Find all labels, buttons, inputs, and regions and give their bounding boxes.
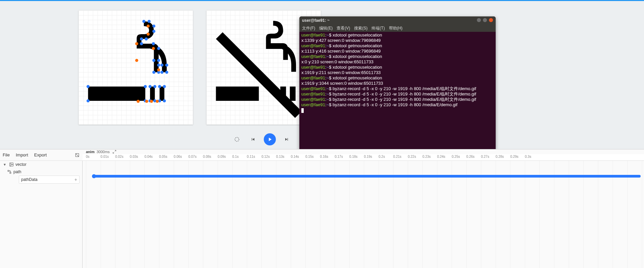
ruler-tick: 0.11s	[247, 155, 255, 158]
anchor-point[interactable]	[148, 20, 151, 23]
svg-rect-11	[10, 172, 11, 174]
ruler-tick: 0.19s	[364, 155, 372, 158]
control-point[interactable]	[157, 68, 160, 71]
ruler-tick: 0.21s	[393, 155, 401, 158]
menu-export-btn[interactable]: Export	[34, 152, 47, 157]
keyframe-start[interactable]	[92, 174, 96, 178]
svg-rect-5	[290, 86, 296, 101]
anchor-point[interactable]	[152, 30, 155, 33]
anchor-point[interactable]	[140, 42, 143, 45]
ruler-tick: 0.27s	[481, 155, 489, 158]
prev-frame-button[interactable]	[248, 134, 258, 145]
control-point[interactable]	[156, 100, 159, 103]
svg-point-6	[235, 137, 239, 141]
property-pathdata[interactable]: pathData +	[19, 176, 80, 184]
anchor-point[interactable]	[153, 85, 156, 88]
anchor-point[interactable]	[144, 85, 147, 88]
anchor-point[interactable]	[160, 71, 163, 74]
menu-edit[interactable]: 编辑(E)	[319, 25, 333, 31]
ruler-tick: 0.13s	[276, 155, 284, 158]
anchor-point[interactable]	[157, 47, 160, 50]
collapse-icon[interactable]	[75, 152, 80, 158]
expand-icon[interactable]	[112, 149, 117, 154]
menu-file[interactable]: 文件(F)	[302, 25, 315, 31]
control-point[interactable]	[135, 59, 138, 62]
maximize-button[interactable]	[483, 18, 487, 22]
control-point[interactable]	[145, 100, 148, 103]
anchor-point[interactable]	[140, 38, 143, 41]
add-keyframe-icon[interactable]: +	[75, 177, 77, 182]
svg-rect-2	[160, 86, 164, 101]
menu-view[interactable]: 查看(V)	[337, 25, 350, 31]
ruler-tick: 0.22s	[408, 155, 416, 158]
anchor-point[interactable]	[87, 99, 90, 102]
layers-panel: ▾ vector path pathData +	[0, 161, 83, 268]
menu-search[interactable]: 搜索(S)	[354, 25, 367, 31]
control-point[interactable]	[137, 100, 140, 103]
anchor-point[interactable]	[163, 85, 166, 88]
control-point[interactable]	[135, 42, 138, 45]
anchor-point[interactable]	[152, 42, 155, 45]
menu-import-btn[interactable]: Import	[16, 152, 28, 157]
layer-path-label: path	[13, 170, 21, 174]
menu-terminal[interactable]: 终端(T)	[371, 25, 385, 31]
minimize-button[interactable]	[477, 18, 481, 22]
anchor-point[interactable]	[157, 59, 160, 62]
terminal-title: user@fae91: ~	[302, 18, 330, 23]
bottom-panel: File Import Export ▾ vector path pathDat…	[0, 149, 644, 268]
anchor-point[interactable]	[152, 59, 155, 62]
anchor-point[interactable]	[158, 85, 161, 88]
terminal-titlebar[interactable]: user@fae91: ~	[299, 16, 496, 24]
ruler-tick: 0.25s	[452, 155, 460, 158]
image-icon	[9, 162, 14, 167]
ruler-tick: 0.07s	[188, 155, 196, 158]
canvas-source[interactable]	[79, 10, 193, 125]
ruler-tick: 0.06s	[174, 155, 182, 158]
control-point[interactable]	[147, 32, 150, 36]
timeline-track[interactable]	[86, 175, 641, 179]
anchor-point[interactable]	[152, 71, 155, 74]
next-frame-button[interactable]	[281, 134, 292, 145]
anchor-point[interactable]	[165, 64, 168, 67]
layer-root-label: vector	[15, 162, 27, 167]
timeline-ruler[interactable]: 0s0.01s0.02s0.03s0.04s0.05s0.06s0.07s0.0…	[83, 154, 644, 161]
timeline: anim 3000ms 0s0.01s0.02s0.03s0.04s0.05s0…	[83, 149, 644, 268]
layer-root[interactable]: ▾ vector	[0, 161, 82, 168]
control-point[interactable]	[150, 100, 153, 103]
ruler-tick: 0.15s	[305, 155, 313, 158]
ruler-tick: 0.04s	[144, 155, 152, 158]
anchor-point[interactable]	[145, 38, 148, 41]
ruler-tick: 0.1s	[232, 155, 239, 158]
keyframe-span[interactable]	[93, 175, 641, 178]
anchor-point[interactable]	[149, 85, 152, 88]
terminal-body[interactable]: user@fae91:~$ xdotool getmouselocation x…	[299, 32, 496, 114]
chevron-down-icon: ▾	[2, 162, 7, 167]
svg-point-9	[10, 163, 11, 164]
ruler-tick: 0.14s	[291, 155, 299, 158]
anchor-point[interactable]	[157, 64, 160, 67]
reset-button[interactable]	[232, 134, 242, 145]
svg-rect-4	[280, 86, 286, 101]
layer-path[interactable]: path	[0, 168, 82, 176]
close-button[interactable]	[489, 18, 493, 22]
ruler-tick: 0.03s	[130, 155, 138, 158]
ruler-tick: 0.2s	[379, 155, 385, 158]
anchor-point[interactable]	[163, 99, 166, 102]
anchor-point[interactable]	[160, 64, 163, 67]
terminal-menubar: 文件(F) 编辑(E) 查看(V) 搜索(S) 终端(T) 帮助(H)	[299, 24, 496, 32]
bottom-toolbar: File Import Export	[0, 149, 83, 161]
transport-bar	[232, 133, 308, 145]
terminal-window[interactable]: user@fae91: ~ 文件(F) 编辑(E) 查看(V) 搜索(S) 终端…	[299, 16, 496, 149]
svg-rect-0	[88, 86, 145, 101]
control-point[interactable]	[152, 47, 155, 50]
timeline-header: anim 3000ms	[83, 149, 644, 154]
menu-help[interactable]: 帮助(H)	[389, 25, 403, 31]
anchor-point[interactable]	[87, 85, 90, 88]
anchor-point[interactable]	[142, 20, 145, 23]
control-point[interactable]	[147, 24, 150, 27]
play-button[interactable]	[264, 133, 276, 145]
ruler-tick: 0.23s	[423, 155, 431, 158]
anchor-point[interactable]	[165, 71, 168, 74]
anchor-point[interactable]	[152, 24, 155, 27]
menu-file-btn[interactable]: File	[3, 152, 10, 157]
